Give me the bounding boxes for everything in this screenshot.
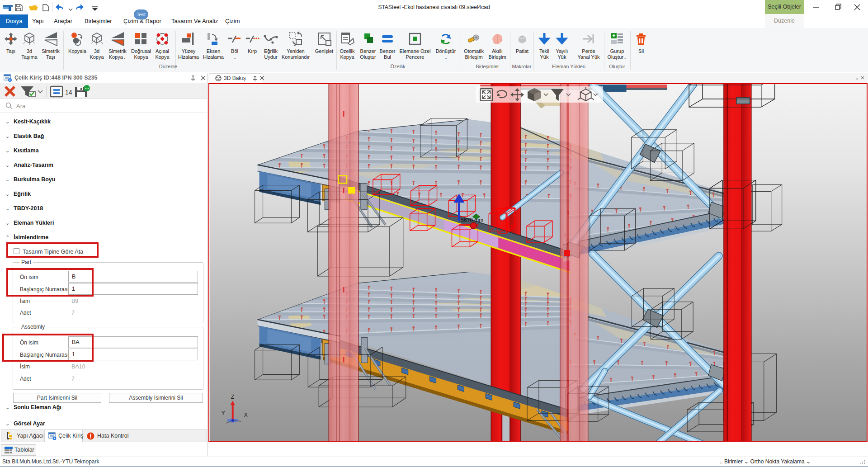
svg-text:14: 14: [65, 89, 72, 96]
svg-text:Y: Y: [222, 410, 225, 416]
svg-text:Z: Z: [231, 394, 234, 400]
svg-text:5670 mm: 5670 mm: [461, 217, 483, 223]
svg-text:X: X: [244, 412, 248, 418]
